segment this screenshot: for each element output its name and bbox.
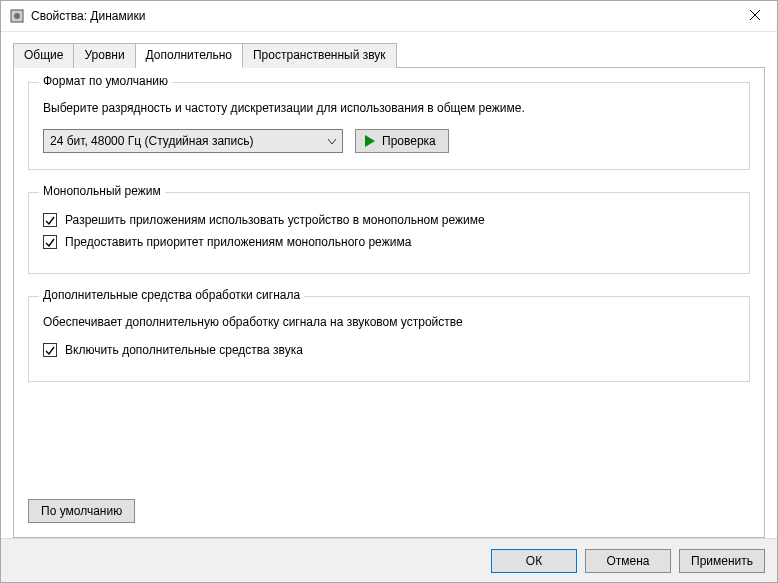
apply-button-label: Применить: [691, 554, 753, 568]
format-row: 24 бит, 48000 Гц (Студийная запись) Пров…: [43, 129, 735, 153]
ok-button-label: ОК: [526, 554, 542, 568]
titlebar: Свойства: Динамики: [1, 1, 777, 32]
enable-enhancements-label: Включить дополнительные средства звука: [65, 343, 303, 357]
group-default-format-legend: Формат по умолчанию: [39, 74, 172, 88]
speaker-icon: [9, 8, 25, 24]
format-dropdown[interactable]: 24 бит, 48000 Гц (Студийная запись): [43, 129, 343, 153]
default-format-desc: Выберите разрядность и частоту дискретиз…: [43, 99, 735, 117]
play-icon: [364, 135, 376, 147]
tab-spatial[interactable]: Пространственный звук: [243, 43, 397, 68]
give-priority-row[interactable]: Предоставить приоритет приложениям моноп…: [43, 235, 735, 249]
ok-button[interactable]: ОК: [491, 549, 577, 573]
group-exclusive-mode: Монопольный режим Разрешить приложениям …: [28, 192, 750, 274]
check-icon: [45, 215, 55, 225]
allow-exclusive-label: Разрешить приложениям использовать устро…: [65, 213, 485, 227]
apply-button[interactable]: Применить: [679, 549, 765, 573]
tab-advanced[interactable]: Дополнительно: [136, 43, 243, 68]
allow-exclusive-checkbox[interactable]: [43, 213, 57, 227]
close-icon: [750, 9, 760, 23]
chevron-down-icon: [328, 136, 336, 147]
group-exclusive-legend: Монопольный режим: [39, 184, 165, 198]
close-button[interactable]: [732, 1, 777, 32]
test-button-label: Проверка: [382, 134, 436, 148]
tab-general[interactable]: Общие: [13, 43, 74, 68]
defaults-button-label: По умолчанию: [41, 504, 122, 518]
check-icon: [45, 345, 55, 355]
allow-exclusive-row[interactable]: Разрешить приложениям использовать устро…: [43, 213, 735, 227]
give-priority-label: Предоставить приоритет приложениям моноп…: [65, 235, 411, 249]
test-button[interactable]: Проверка: [355, 129, 449, 153]
content-area: Общие Уровни Дополнительно Пространствен…: [1, 32, 777, 538]
enable-enhancements-row[interactable]: Включить дополнительные средства звука: [43, 343, 735, 357]
defaults-button[interactable]: По умолчанию: [28, 499, 135, 523]
format-dropdown-value: 24 бит, 48000 Гц (Студийная запись): [50, 134, 254, 148]
tab-levels[interactable]: Уровни: [74, 43, 135, 68]
cancel-button-label: Отмена: [606, 554, 649, 568]
tab-strip: Общие Уровни Дополнительно Пространствен…: [13, 42, 765, 68]
check-icon: [45, 237, 55, 247]
signal-desc: Обеспечивает дополнительную обработку си…: [43, 313, 735, 331]
cancel-button[interactable]: Отмена: [585, 549, 671, 573]
group-default-format: Формат по умолчанию Выберите разрядность…: [28, 82, 750, 170]
group-signal-enhancements: Дополнительные средства обработки сигнал…: [28, 296, 750, 382]
svg-marker-4: [365, 135, 375, 147]
svg-point-1: [14, 13, 20, 19]
tabpanel-advanced: Формат по умолчанию Выберите разрядность…: [13, 68, 765, 538]
defaults-row: По умолчанию: [28, 499, 750, 523]
dialog-button-bar: ОК Отмена Применить: [1, 538, 777, 582]
window-root: Свойства: Динамики Общие Уровни Дополнит…: [0, 0, 778, 583]
window-title: Свойства: Динамики: [31, 9, 732, 23]
give-priority-checkbox[interactable]: [43, 235, 57, 249]
enable-enhancements-checkbox[interactable]: [43, 343, 57, 357]
group-signal-legend: Дополнительные средства обработки сигнал…: [39, 288, 304, 302]
